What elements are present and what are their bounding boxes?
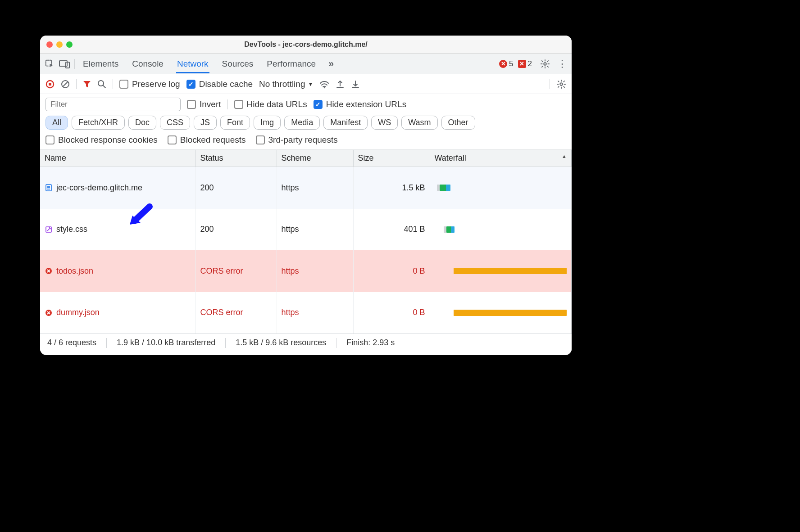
svg-point-8 [98,81,104,86]
hide-extension-urls-checkbox[interactable]: Hide extension URLs [314,99,406,109]
titlebar: DevTools - jec-cors-demo.glitch.me/ [40,36,572,54]
network-settings-icon[interactable] [556,79,566,89]
chevron-down-icon: ▼ [308,81,313,87]
chip-manifest[interactable]: Manifest [323,116,368,130]
traffic-lights [46,41,73,48]
extra-filters-row: Blocked response cookies Blocked request… [40,133,572,150]
request-name: todos.json [56,266,93,276]
table-row[interactable]: dummy.json CORS error https 0 B [40,292,572,334]
col-waterfall[interactable]: Waterfall▲ [430,150,572,167]
error-icon [45,309,53,317]
request-name: jec-cors-demo.glitch.me [56,183,142,193]
col-scheme[interactable]: Scheme [277,150,353,167]
waterfall-bar [435,308,567,317]
request-name: style.css [56,225,87,234]
resources-size: 1.5 kB / 9.6 kB resources [236,338,326,347]
more-tabs-icon[interactable]: » [328,58,334,70]
error-icon: ✕ [499,60,507,68]
status-bar: 4 / 6 requests 1.9 kB / 10.0 kB transfer… [40,334,572,352]
svg-point-10 [324,87,325,88]
close-window-button[interactable] [46,41,53,48]
preserve-log-checkbox[interactable]: Preserve log [119,79,180,89]
issue-icon: ✕ [518,60,526,68]
error-icon [45,267,53,275]
document-icon [45,184,53,192]
panel-tabs-row: Elements Console Network Sources Perform… [40,54,572,74]
finish-time: Finish: 2.93 s [346,338,395,347]
chip-css[interactable]: CSS [160,116,190,130]
hide-data-urls-checkbox[interactable]: Hide data URLs [234,99,307,109]
table-row[interactable]: jec-cors-demo.glitch.me 200 https 1.5 kB [40,167,572,209]
chip-ws[interactable]: WS [371,116,398,130]
device-toolbar-icon[interactable] [59,59,70,68]
tab-sources[interactable]: Sources [221,54,255,73]
col-name[interactable]: Name [40,150,195,167]
throttling-select[interactable]: No throttling ▼ [259,79,313,89]
tab-network[interactable]: Network [176,54,209,73]
export-har-icon[interactable] [336,80,345,89]
chip-doc[interactable]: Doc [128,116,156,130]
invert-checkbox[interactable]: Invert [187,99,221,109]
network-grid: Name Status Scheme Size Waterfall▲ jec-c… [40,150,572,334]
tab-performance[interactable]: Performance [266,54,317,73]
col-status[interactable]: Status [195,150,277,167]
table-row[interactable]: todos.json CORS error https 0 B [40,250,572,292]
filter-icon[interactable] [83,80,91,88]
filter-input[interactable] [45,98,181,111]
svg-point-3 [544,63,546,65]
panel-tabs: Elements Console Network Sources Perform… [82,54,334,73]
network-grid-body[interactable]: jec-cors-demo.glitch.me 200 https 1.5 kB… [40,167,572,334]
chip-wasm[interactable]: Wasm [401,116,437,130]
svg-line-9 [103,86,105,88]
resource-type-chips: All Fetch/XHR Doc CSS JS Font Img Media … [40,114,572,133]
filter-row: Invert Hide data URLs Hide extension URL… [40,94,572,114]
chip-media[interactable]: Media [284,116,320,130]
table-row[interactable]: style.css 200 https 401 B [40,209,572,251]
devtools-window: DevTools - jec-cors-demo.glitch.me/ Elem… [40,36,572,355]
network-table-header: Name Status Scheme Size Waterfall▲ [40,150,572,167]
chip-fetch-xhr[interactable]: Fetch/XHR [72,116,125,130]
svg-line-7 [63,82,68,86]
chip-other[interactable]: Other [441,116,475,130]
col-size[interactable]: Size [353,150,430,167]
sort-asc-icon: ▲ [562,153,567,159]
network-conditions-icon[interactable] [319,80,329,89]
blocked-cookies-checkbox[interactable]: Blocked response cookies [45,135,158,145]
disable-cache-checkbox[interactable]: Disable cache [186,79,253,89]
kebab-menu-icon[interactable]: ⋮ [557,58,567,70]
waterfall-bar [435,266,567,275]
chip-all[interactable]: All [45,116,68,130]
waterfall-bar [435,183,567,192]
tab-console[interactable]: Console [131,54,164,73]
minimize-window-button[interactable] [56,41,63,48]
clear-icon[interactable] [61,80,70,89]
chip-img[interactable]: Img [254,116,281,130]
import-har-icon[interactable] [351,80,360,89]
maximize-window-button[interactable] [66,41,73,48]
tab-elements[interactable]: Elements [82,54,119,73]
chip-font[interactable]: Font [220,116,250,130]
settings-icon[interactable] [540,59,550,69]
issues-badge[interactable]: ✕ 2 [518,59,532,68]
window-title: DevTools - jec-cors-demo.glitch.me/ [40,41,572,49]
request-name: dummy.json [56,308,100,317]
chip-js[interactable]: JS [194,116,217,130]
svg-rect-5 [49,83,51,86]
errors-badge[interactable]: ✕ 5 [499,59,513,68]
blocked-requests-checkbox[interactable]: Blocked requests [168,135,246,145]
waterfall-bar [435,225,567,234]
stylesheet-icon [45,225,53,234]
transferred-size: 1.9 kB / 10.0 kB transferred [117,338,215,347]
inspect-element-icon[interactable] [45,59,55,69]
requests-count: 4 / 6 requests [47,338,96,347]
search-icon[interactable] [97,80,106,89]
third-party-checkbox[interactable]: 3rd-party requests [256,135,338,145]
network-toolbar: Preserve log Disable cache No throttling… [40,74,572,94]
record-icon[interactable] [45,80,55,89]
svg-point-11 [560,83,563,86]
